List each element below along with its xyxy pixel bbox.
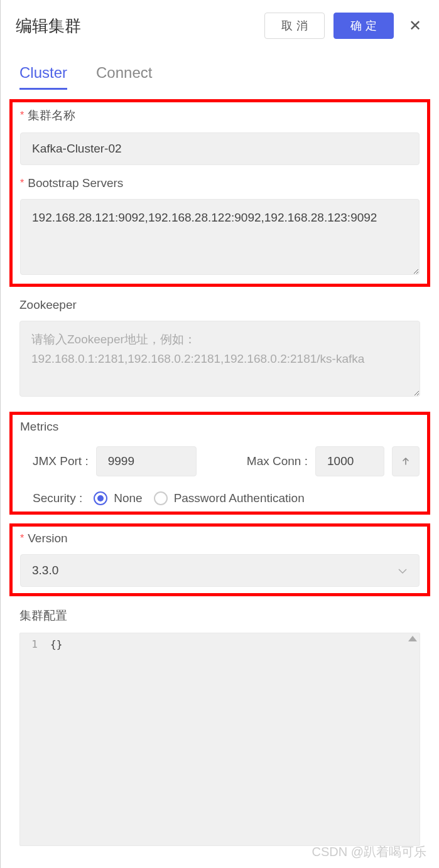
cluster-name-label: 集群名称 (20, 107, 420, 124)
max-conn-label: Max Conn : (247, 454, 308, 468)
zookeeper-input[interactable] (19, 321, 420, 397)
zookeeper-label: Zookeeper (19, 298, 420, 312)
modal-title: 编辑集群 (16, 15, 81, 37)
tab-connect[interactable]: Connect (96, 64, 152, 90)
close-icon[interactable]: ✕ (403, 17, 424, 35)
zookeeper-section: Zookeeper (9, 296, 430, 405)
security-radio-password[interactable]: Password Authentication (154, 491, 305, 505)
chevron-down-icon (398, 564, 408, 577)
radio-label-password: Password Authentication (174, 491, 305, 505)
radio-icon (94, 491, 107, 505)
bootstrap-label: Bootstrap Servers (20, 176, 420, 190)
version-select[interactable]: 3.3.0 (20, 554, 420, 587)
header-actions: 取消 确定 ✕ (264, 13, 424, 39)
max-conn-step-up[interactable] (392, 446, 420, 476)
version-value: 3.3.0 (32, 564, 58, 577)
version-label: Version (20, 532, 420, 545)
line-number: 1 (20, 633, 44, 845)
arrow-up-icon (401, 456, 411, 466)
highlight-box-cluster: 集群名称 Bootstrap Servers (9, 99, 430, 287)
max-conn-input[interactable] (315, 446, 384, 476)
jmx-port-label: JMX Port : (33, 454, 89, 468)
highlight-box-version: Version 3.3.0 (9, 523, 430, 596)
code-content: {} (44, 633, 62, 845)
bootstrap-input[interactable] (20, 199, 420, 275)
jmx-port-input[interactable] (96, 446, 197, 476)
tab-cluster[interactable]: Cluster (19, 64, 67, 90)
metrics-label: Metrics (20, 420, 420, 434)
security-label: Security : (33, 491, 82, 505)
cluster-config-label: 集群配置 (19, 608, 420, 624)
confirm-button[interactable]: 确定 (333, 13, 394, 39)
tabs: Cluster Connect (1, 64, 439, 90)
radio-icon (154, 491, 168, 505)
cluster-config-section: 集群配置 1 {} (9, 605, 430, 852)
security-radio-none[interactable]: None (94, 491, 142, 505)
cluster-config-editor[interactable]: 1 {} (19, 633, 420, 846)
cluster-name-input[interactable] (20, 132, 420, 165)
highlight-box-metrics: Metrics JMX Port : Max Conn : Security :… (9, 412, 430, 515)
radio-label-none: None (114, 491, 142, 505)
cancel-button[interactable]: 取消 (264, 13, 325, 39)
scroll-up-icon (408, 636, 417, 641)
